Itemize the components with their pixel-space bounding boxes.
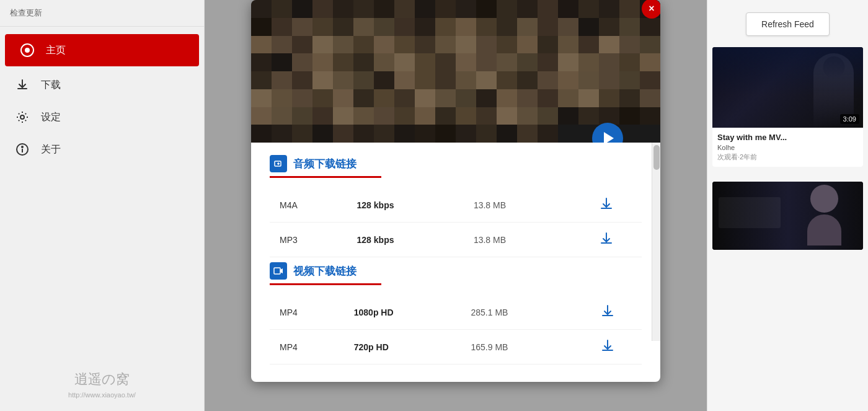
- modal-body: 音频下载链接 M4A 128 kbps 13.8 MB: [251, 143, 660, 382]
- sidebar-item-download[interactable]: 下载: [0, 69, 204, 101]
- video-section: 视频下载链接 MP4 1080p HD 285.1 MB: [270, 262, 642, 365]
- audio-size-m4a: 13.8 MB: [464, 188, 570, 223]
- sidebar-item-home[interactable]: 主页: [5, 34, 199, 66]
- sidebar-download-label: 下载: [41, 79, 61, 92]
- audio-size-mp3: 13.8 MB: [464, 223, 570, 257]
- video-quality-720p: 720p HD: [344, 330, 461, 365]
- audio-download-mp3-button[interactable]: [570, 223, 642, 257]
- refresh-feed-button[interactable]: Refresh Feed: [746, 12, 830, 36]
- audio-section-header: 音频下载链接: [270, 155, 642, 172]
- video-size-1080p: 285.1 MB: [461, 295, 574, 330]
- video-format-720p: MP4: [270, 330, 344, 365]
- audio-format-mp3: MP3: [270, 223, 347, 257]
- download-modal: ×: [251, 0, 660, 382]
- text-overlay-area: [719, 197, 781, 228]
- sidebar-settings-label: 设定: [41, 111, 61, 124]
- face-circle: [810, 185, 838, 213]
- svg-point-2: [20, 115, 24, 119]
- sidebar-item-about[interactable]: 关于: [0, 133, 204, 166]
- svg-point-5: [22, 146, 23, 148]
- right-panel: Refresh Feed 3:09 Stay with me MV... Kol…: [707, 0, 868, 411]
- video-title[interactable]: 视频下载链接: [293, 264, 356, 278]
- svg-rect-8: [274, 268, 280, 274]
- video-card-2[interactable]: [712, 182, 863, 250]
- audio-download-m4a-button[interactable]: [570, 188, 642, 223]
- video-download-table: MP4 1080p HD 285.1 MB: [270, 295, 642, 365]
- overlay-gradient: [712, 47, 863, 95]
- video-icon: [270, 262, 287, 280]
- watermark-url: http://www.xiaoyao.tw/: [68, 391, 136, 399]
- audio-title[interactable]: 音频下载链接: [293, 157, 356, 171]
- sidebar-nav: 主页 下载 设定: [0, 27, 204, 170]
- audio-quality-mp3: 128 kbps: [347, 223, 464, 257]
- video-row-720p: MP4 720p HD 165.9 MB: [270, 330, 642, 365]
- right-panel-content: 3:09 Stay with me MV... Kolhe 次观看·2年前 ›: [707, 42, 868, 411]
- download-icon: [15, 77, 30, 92]
- video-title-1: Stay with me MV...: [717, 133, 858, 142]
- video-size-720p: 165.9 MB: [461, 330, 574, 365]
- video-card-1[interactable]: 3:09 Stay with me MV... Kolhe 次观看·2年前: [712, 47, 863, 167]
- video-preview: [251, 0, 660, 143]
- sidebar-watermark: 逍遥の窝 http://www.xiaoyao.tw/: [68, 370, 136, 399]
- main-content-area: ×: [205, 0, 707, 411]
- sidebar: 检查更新 主页 下载: [0, 0, 205, 411]
- audio-download-table: M4A 128 kbps 13.8 MB: [270, 188, 642, 257]
- scroll-thumb: [653, 145, 660, 170]
- carousel-nav: ›: [707, 172, 868, 177]
- video-info-1: Stay with me MV... Kolhe 次观看·2年前: [712, 128, 863, 167]
- video-download-720p-button[interactable]: [574, 330, 642, 365]
- svg-point-1: [25, 48, 30, 53]
- sidebar-about-label: 关于: [41, 143, 61, 156]
- play-icon: [604, 132, 614, 143]
- video-row-1080p: MP4 1080p HD 285.1 MB: [270, 295, 642, 330]
- video-download-1080p-button[interactable]: [574, 295, 642, 330]
- video-duration-1: 3:09: [840, 114, 859, 124]
- main-background: ×: [205, 0, 707, 411]
- face-area: [801, 185, 848, 241]
- sidebar-home-label: 主页: [46, 44, 66, 57]
- video-section-header: 视频下载链接: [270, 262, 642, 280]
- audio-format-m4a: M4A: [270, 188, 347, 223]
- video-quality-1080p: 1080p HD: [344, 295, 461, 330]
- audio-quality-m4a: 128 kbps: [347, 188, 464, 223]
- audio-row-m4a: M4A 128 kbps 13.8 MB: [270, 188, 642, 223]
- modal-overlay: ×: [205, 0, 707, 411]
- pixelated-video: [251, 0, 660, 143]
- video-underline: [270, 283, 381, 285]
- video-thumbnail-1: 3:09: [712, 47, 863, 128]
- body-shape: [807, 214, 841, 245]
- modal-scrollbar[interactable]: [652, 143, 660, 341]
- info-icon: [15, 142, 30, 157]
- audio-row-mp3: MP3 128 kbps 13.8 MB: [270, 223, 642, 257]
- audio-underline: [270, 176, 381, 178]
- video-format-1080p: MP4: [270, 295, 344, 330]
- audio-icon: [270, 155, 287, 172]
- check-update-label: 检查更新: [0, 0, 204, 27]
- video-thumbnail-2: [712, 182, 863, 250]
- home-icon: [20, 43, 35, 58]
- gear-icon: [15, 110, 30, 125]
- modal-close-button[interactable]: ×: [642, 0, 660, 19]
- video-meta-1: 次观看·2年前: [717, 152, 858, 162]
- watermark-logo: 逍遥の窝: [68, 370, 136, 389]
- sidebar-item-settings[interactable]: 设定: [0, 101, 204, 133]
- thumb-bg-2: [712, 182, 863, 250]
- video-channel-1: Kolhe: [717, 144, 858, 151]
